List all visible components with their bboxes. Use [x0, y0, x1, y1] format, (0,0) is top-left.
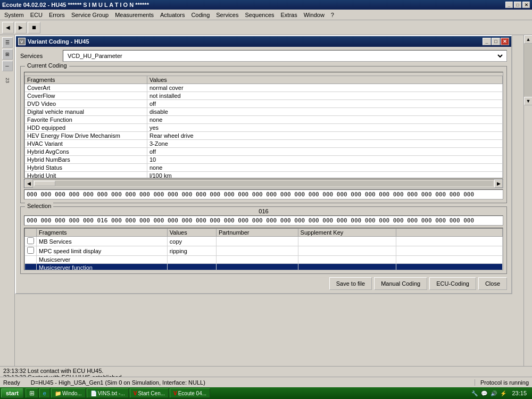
table-row[interactable]: HDD equippedyes [25, 124, 503, 132]
sidebar-icon-2[interactable]: ⊞ [2, 49, 13, 60]
minimize-button[interactable]: _ [505, 2, 513, 8]
supplement-cell [298, 264, 396, 271]
table-row[interactable]: Digital vehicle manualdisable [25, 108, 503, 116]
toolbar-btn-3[interactable]: ⏹ [28, 22, 40, 34]
menu-actuators[interactable]: Actuators [157, 11, 188, 19]
coding-table: Fragments Values CoverArtnormal coverCov… [24, 76, 503, 178]
extra-cell [396, 264, 503, 271]
fragment-cell: Hybrid NumBars [25, 156, 147, 164]
menu-help[interactable]: ? [328, 11, 337, 19]
fragment-cell: Hybrid Unit [25, 172, 147, 179]
taskbar-ecoute-item[interactable]: V Ecoute 04... [170, 388, 210, 398]
table-row[interactable]: CoverArtnormal cover [25, 84, 503, 92]
menu-extras[interactable]: Extras [278, 11, 301, 19]
close-button[interactable]: Close [478, 277, 507, 290]
manual-coding-button[interactable]: Manual Coding [374, 277, 427, 290]
variant-coding-dialog: V Variant Coding - HU45 _ □ ✕ Services V… [15, 35, 512, 294]
checkbox-cell[interactable] [25, 264, 37, 271]
right-scrollbar[interactable]: ▲ ▼ [523, 35, 532, 376]
taskbar-folder-icon[interactable]: 📁 Windo... [51, 388, 86, 398]
value-cell: l/100 km [147, 172, 503, 179]
tray-icons: 🔧 💬 🔊 ⚡ [470, 389, 508, 397]
fragment-cell: CoverArt [25, 84, 147, 92]
sidebar-icon-1[interactable]: ☰ [2, 37, 13, 48]
ready-label: Ready [3, 379, 20, 386]
save-to-file-button[interactable]: Save to file [329, 277, 372, 290]
table-row[interactable]: Hybrid Unitl/100 km [25, 172, 503, 179]
list-item[interactable]: MB Servicescopy [25, 237, 503, 246]
dialog-titlebar: V Variant Coding - HU45 _ □ ✕ [16, 36, 511, 47]
bottom-table-container[interactable]: Fragments Values Partnumber Supplement K… [24, 228, 503, 270]
table-row[interactable]: HVAC Variant3-Zone [25, 140, 503, 148]
table-row[interactable]: DVD Videooff [25, 100, 503, 108]
table-row[interactable]: Hybrid AvgConsoff [25, 148, 503, 156]
selection-group: Selection 016 000 000 000 000 000 016 00… [20, 206, 507, 274]
menu-ecu[interactable]: ECU [27, 11, 46, 19]
scroll-up[interactable]: ▲ [524, 35, 532, 44]
menu-errors[interactable]: Errors [46, 11, 68, 19]
list-item[interactable]: Musicserver function [25, 264, 503, 271]
main-area: ☰ ⊞ ─ 23 V Variant Coding - HU45 _ □ ✕ [0, 35, 532, 376]
menu-service-group[interactable]: Service Group [68, 11, 112, 19]
values-header: Values [147, 76, 503, 84]
bottom-value-cell [167, 264, 216, 271]
checkbox-cell[interactable] [25, 246, 37, 256]
list-item[interactable]: Musicserver [25, 256, 503, 264]
bottom-fragment-cell: MB Services [37, 237, 168, 246]
services-dropdown-container[interactable]: VCD_HU_Parameter [63, 50, 507, 62]
menu-system[interactable]: System [1, 11, 27, 19]
toolbar-btn-1[interactable]: ◀ [2, 22, 14, 34]
row-checkbox[interactable] [27, 247, 34, 254]
partnumber-cell [216, 264, 298, 271]
fragment-cell: DVD Video [25, 100, 147, 108]
bottom-status-strip: Ready D=HU45 - High_USA_Gen1 (Sim 0 on S… [0, 377, 532, 387]
menu-window[interactable]: Window [301, 11, 328, 19]
sidebar-icon-3[interactable]: ─ [2, 61, 13, 71]
scroll-track [34, 181, 493, 186]
taskbar-browser-icon[interactable]: e [39, 388, 50, 398]
toolbar-btn-2[interactable]: ▶ [15, 22, 27, 34]
taskbar-vins-item[interactable]: 📄 VINS.txt -... [87, 388, 129, 398]
menu-measurements[interactable]: Measurements [112, 11, 157, 19]
checkbox-cell[interactable] [25, 256, 37, 264]
horiz-scrollbar[interactable]: ◀ ▶ [24, 179, 503, 188]
table-row[interactable]: HEV Energy Flow Drive MechanismRear whee… [25, 132, 503, 140]
scroll-right[interactable]: ▶ [494, 179, 503, 188]
coding-table-container[interactable]: Fragments Values CoverArtnormal coverCov… [24, 72, 503, 178]
maximize-button[interactable]: □ [514, 2, 521, 8]
table-row[interactable]: CoverFlownot installed [25, 92, 503, 100]
row-checkbox[interactable] [27, 237, 34, 244]
scroll-down[interactable]: ▼ [524, 97, 532, 105]
menu-coding[interactable]: Coding [188, 11, 213, 19]
taskbar-startcen-label: Start Cen... [138, 390, 165, 396]
value-cell: disable [147, 108, 503, 116]
bottom-fragments-header: Fragments [37, 229, 168, 237]
bottom-cb-header [25, 229, 37, 237]
scroll-left[interactable]: ◀ [24, 179, 33, 188]
close-button[interactable]: ✕ [522, 2, 530, 8]
menu-sequences[interactable]: Sequences [242, 11, 277, 19]
list-item[interactable]: MPC speed limit displayripping [25, 246, 503, 256]
dialog-maximize-button[interactable]: □ [492, 38, 500, 45]
taskbar-grid-icon[interactable]: ⊞ [26, 388, 38, 398]
start-button[interactable]: start [1, 388, 23, 398]
bottom-values-header: Values [167, 229, 216, 237]
taskbar-startcen-item[interactable]: V Start Cen... [130, 388, 169, 398]
coding-table-wrapper: Fragments Values CoverArtnormal coverCov… [24, 72, 503, 178]
taskbar-vins-label: VINS.txt -... [98, 390, 125, 396]
scroll-thumb[interactable] [34, 181, 55, 186]
dialog-minimize-button[interactable]: _ [483, 38, 491, 45]
fragment-cell: Digital vehicle manual [25, 108, 147, 116]
table-row[interactable]: Favorite Functionnone [25, 116, 503, 124]
menu-services[interactable]: Services [213, 11, 242, 19]
bottom-supplement-header: Supplement Key [298, 229, 396, 237]
ecu-coding-button[interactable]: ECU-Coding [429, 277, 476, 290]
table-row[interactable]: Hybrid Statusnone [25, 164, 503, 172]
bottom-partnumber-header: Partnumber [216, 229, 298, 237]
checkbox-cell[interactable] [25, 237, 37, 246]
dialog-close-button[interactable]: ✕ [501, 38, 509, 45]
table-row[interactable]: Hybrid NumBars10 [25, 156, 503, 164]
fragments-header: Fragments [25, 76, 147, 84]
services-select[interactable]: VCD_HU_Parameter [65, 51, 504, 61]
bottom-value-cell: ripping [167, 246, 216, 256]
